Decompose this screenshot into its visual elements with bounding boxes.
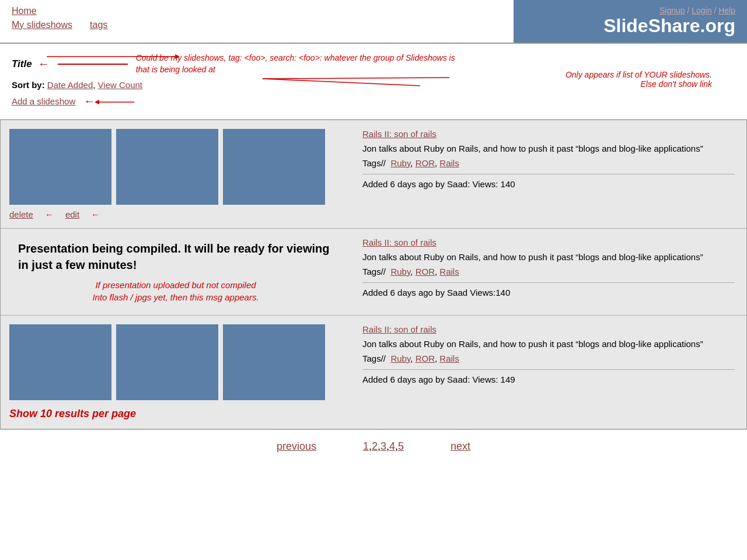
- divider-3: [362, 369, 735, 370]
- add-slideshow-row: Add a slideshow ←: [12, 94, 735, 108]
- next-link[interactable]: next: [451, 440, 470, 453]
- signup-link[interactable]: Signup: [659, 6, 685, 15]
- per-page-note: Show 10 results per page: [9, 405, 342, 420]
- sep2: /: [712, 6, 719, 15]
- tags-row-2: Tags// Ruby, ROR, Rails: [362, 267, 735, 276]
- meta-3: Added 6 days ago by Saad: Views: 149: [362, 374, 735, 384]
- slideshow-right-2: Rails II: son of rails Jon talks about R…: [351, 229, 746, 315]
- tags-link[interactable]: tags: [90, 20, 107, 30]
- delete-link-1[interactable]: delete: [9, 209, 33, 219]
- slideshow-list: delete ← edit ← Rails II: son of rails J…: [0, 120, 747, 429]
- tags-prefix-3: Tags//: [362, 354, 386, 363]
- thumbnails-3: [9, 324, 342, 400]
- thumbnail-3a: [9, 324, 111, 400]
- slideshow-left-3: Show 10 results per page: [1, 316, 351, 429]
- tag-ruby-1[interactable]: Ruby: [390, 158, 410, 168]
- date-added-link[interactable]: Date Added: [47, 80, 93, 90]
- slideshow-title-1[interactable]: Rails II: son of rails: [362, 129, 735, 139]
- slideshow-desc-3: Jon talks about Ruby on Rails, and how t…: [362, 338, 735, 351]
- tag-ror-3[interactable]: ROR: [416, 354, 435, 363]
- annotation-desc: Could be my slideshows, tag: <foo>, sear…: [136, 52, 457, 75]
- only-appears-note: Only appears if list of YOUR slideshows.…: [566, 70, 712, 89]
- slideshow-left-1: delete ← edit ←: [1, 120, 351, 228]
- divider-1: [362, 174, 735, 174]
- divider-2: [362, 282, 735, 283]
- thumbnail-3b: [116, 324, 218, 400]
- slideshow-item-3: Show 10 results per page Rails II: son o…: [1, 316, 746, 429]
- thumbnails-1: [9, 129, 342, 205]
- my-slideshows-link[interactable]: My slideshows: [12, 20, 72, 30]
- edit-link-1[interactable]: edit: [65, 209, 79, 219]
- header-right: Signup / Login / Help SlideShare.org: [514, 0, 747, 43]
- page-3-link[interactable]: 3: [381, 440, 386, 452]
- meta-2: Added 6 days ago by Saad Views:140: [362, 288, 735, 298]
- add-slideshow-link[interactable]: Add a slideshow: [12, 96, 75, 106]
- tag-ror-1[interactable]: ROR: [416, 158, 435, 168]
- thumbnail-1b: [116, 129, 218, 205]
- sort-label: Sort by:: [12, 80, 45, 90]
- login-link[interactable]: Login: [692, 6, 711, 15]
- thumbnail-1a: [9, 129, 111, 205]
- slideshow-title-3[interactable]: Rails II: son of rails: [362, 324, 735, 334]
- slideshow-desc-1: Jon talks about Ruby on Rails, and how t…: [362, 142, 735, 156]
- tag-rails-3[interactable]: Rails: [439, 354, 459, 363]
- tags-prefix-2: Tags//: [362, 267, 386, 276]
- slideshow-left-2: Presentation being compiled. It will be …: [1, 229, 351, 315]
- edit-arrow: ←: [91, 209, 100, 219]
- page-numbers: 1,2,3,4,5: [363, 440, 404, 453]
- site-title: SlideShare.org: [603, 15, 735, 37]
- tag-ruby-2[interactable]: Ruby: [390, 267, 410, 276]
- thumbnail-3c: [223, 324, 325, 400]
- page-1-link[interactable]: 1: [363, 440, 369, 452]
- home-link[interactable]: Home: [12, 6, 502, 16]
- page-2-link[interactable]: 2: [372, 440, 378, 452]
- slideshow-right-3: Rails II: son of rails Jon talks about R…: [351, 316, 746, 429]
- tag-ruby-3[interactable]: Ruby: [390, 354, 410, 363]
- slideshow-title-2[interactable]: Rails II: son of rails: [362, 237, 735, 247]
- help-link[interactable]: Help: [718, 6, 735, 15]
- title-label: Title: [12, 58, 32, 70]
- tags-prefix-1: Tags//: [362, 158, 386, 168]
- slideshow-item: delete ← edit ← Rails II: son of rails J…: [1, 120, 746, 229]
- thumb-actions-1: delete ← edit ←: [9, 209, 342, 219]
- tag-rails-1[interactable]: Rails: [439, 158, 459, 168]
- compiling-text: Presentation being compiled. It will be …: [18, 240, 333, 273]
- page-5-link[interactable]: 5: [398, 440, 404, 452]
- previous-link[interactable]: previous: [277, 440, 316, 453]
- thumbnail-1c: [223, 129, 325, 205]
- tags-row-1: Tags// Ruby, ROR, Rails: [362, 158, 735, 168]
- header: Home My slideshows tags Signup / Login /…: [0, 0, 747, 44]
- tag-rails-2[interactable]: Rails: [439, 267, 459, 276]
- slideshow-desc-2: Jon talks about Ruby on Rails, and how t…: [362, 251, 735, 264]
- nav-row: My slideshows tags: [12, 20, 502, 34]
- sep1: /: [685, 6, 692, 15]
- compiling-note: If presentation uploaded but not compile…: [18, 279, 333, 303]
- tag-ror-2[interactable]: ROR: [416, 267, 435, 276]
- add-arrow: ←: [83, 94, 95, 108]
- pagination: previous 1,2,3,4,5 next: [0, 429, 747, 463]
- arrow-right: ←: [38, 57, 50, 71]
- view-count-link[interactable]: View Count: [98, 80, 142, 90]
- top-links: Signup / Login / Help: [659, 6, 735, 15]
- tags-row-3: Tags// Ruby, ROR, Rails: [362, 354, 735, 363]
- slideshow-right-1: Rails II: son of rails Jon talks about R…: [351, 120, 746, 228]
- svg-line-2: [263, 78, 449, 79]
- slideshow-item-2: Presentation being compiled. It will be …: [1, 229, 746, 316]
- delete-arrow: ←: [45, 209, 54, 219]
- header-left: Home My slideshows tags: [0, 0, 514, 43]
- page-4-link[interactable]: 4: [389, 440, 395, 452]
- annotations-area: Title ← Could be my slideshows, tag: <fo…: [0, 44, 747, 120]
- meta-1: Added 6 days ago by Saad: Views: 140: [362, 179, 735, 189]
